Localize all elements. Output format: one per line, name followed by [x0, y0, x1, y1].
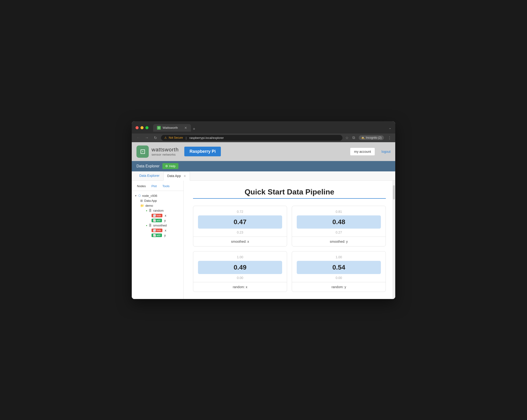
- card-random-x-top: 1.00: [198, 255, 282, 259]
- tab-data-explorer-label: Data Explorer: [139, 174, 160, 178]
- extension-icon[interactable]: ⧉: [352, 136, 355, 140]
- card-random-y: 1.00 0.54 0.00 random: y: [292, 251, 386, 292]
- bookmark-icon[interactable]: ☆: [345, 136, 349, 140]
- smoothed-y-add-label: add: [156, 234, 161, 237]
- close-traffic-light[interactable]: [135, 126, 139, 129]
- app-logo-icon: ⊡: [136, 146, 149, 158]
- random-x-item: 📉 hide x: [149, 213, 183, 218]
- card-smoothed-y-values: 0.81 0.48 0.27: [292, 206, 385, 237]
- smoothed-x-hide-label: hide: [156, 229, 161, 232]
- smoothed-x-label: x: [165, 229, 166, 232]
- demo-sub-items: ● 🗄 random 📉 hide x: [137, 208, 183, 238]
- card-random-y-values: 1.00 0.54 0.00: [292, 252, 385, 282]
- incognito-icon: 🕵: [361, 136, 365, 139]
- card-random-x: 1.00 0.49 0.00 random: x: [193, 251, 287, 292]
- tree-root-node: ▼ ⬡ node_c936: [132, 193, 183, 198]
- main-content: Quick Start Data Pipeline 0.72 0.47 0.23…: [184, 180, 395, 299]
- data-app-label: Data App: [144, 199, 157, 202]
- sidebar-tab-nodes[interactable]: Nodes: [135, 183, 148, 189]
- card-random-x-label: random: x: [193, 282, 287, 292]
- tabs-wrapper: Data Explorer Data App ✕ Nodes Plot Tool…: [132, 171, 395, 299]
- smoothed-data-icon: 🗄: [149, 224, 152, 227]
- random-x-label: x: [165, 214, 166, 217]
- smoothed-series: 📉 hide x 📈 add: [143, 228, 183, 238]
- url-text: raspberrypi.local/explorer: [189, 136, 224, 140]
- nav-section-title: Data Explorer: [136, 164, 160, 168]
- random-y-add-button[interactable]: 📈 add: [152, 219, 162, 222]
- card-random-y-label: random: y: [292, 282, 385, 292]
- traffic-lights: [135, 126, 148, 129]
- random-status-dot: ●: [146, 209, 147, 212]
- sidebar-tab-tools[interactable]: Tools: [160, 183, 172, 189]
- address-bar: ← → ↻ ⚠ Not Secure | raspberrypi.local/e…: [132, 134, 395, 142]
- url-bar[interactable]: ⚠ Not Secure | raspberrypi.local/explore…: [161, 135, 342, 141]
- minimize-traffic-light[interactable]: [141, 126, 143, 129]
- app-nav: Data Explorer ⚙ Help: [132, 161, 395, 171]
- forward-button[interactable]: →: [144, 136, 150, 140]
- browser-titlebar: ⊡ Wattsworth ✕ + ⌄: [132, 121, 395, 134]
- logo-text: wattsworth sensor networks: [152, 147, 179, 156]
- sidebar-tab-plot[interactable]: Plot: [149, 183, 159, 189]
- browser-tab[interactable]: ⊡ Wattsworth ✕: [153, 124, 191, 132]
- smoothed-y-item: 📈 add y: [149, 233, 183, 238]
- demo-label: demo: [145, 204, 153, 207]
- address-controls: ☆ ⧉ 🕵 Incognito (2) ⋮: [345, 135, 392, 140]
- more-options-icon[interactable]: ⋮: [388, 136, 392, 140]
- card-smoothed-y: 0.81 0.48 0.27 smoothed: y: [292, 206, 386, 246]
- card-random-y-bottom: 0.00: [297, 276, 381, 280]
- tree-sub-items: ⊞ Data App 📁 demo ● 🗄 ran: [132, 198, 183, 238]
- help-icon: ⚙: [165, 164, 168, 168]
- random-y-add-label: add: [156, 219, 161, 222]
- tab-data-app[interactable]: Data App ✕: [163, 171, 190, 180]
- incognito-label: Incognito (2): [366, 136, 382, 139]
- card-smoothed-x-main: 0.47: [198, 215, 282, 229]
- tab-data-explorer[interactable]: Data Explorer: [135, 171, 163, 180]
- data-app-icon: ⊞: [140, 199, 143, 202]
- security-warning-icon: ⚠: [164, 136, 167, 139]
- random-data-icon: 🗄: [149, 209, 152, 212]
- tab-close-icon[interactable]: ✕: [184, 126, 187, 130]
- chevron-down-icon[interactable]: ⌄: [389, 126, 392, 130]
- random-y-item: 📈 add y: [149, 218, 183, 223]
- url-warning-label: Not Secure: [169, 136, 183, 139]
- card-smoothed-y-top: 0.81: [297, 210, 381, 213]
- pipeline-title: Quick Start Data Pipeline: [193, 188, 386, 196]
- content-area: Nodes Plot Tools ▼ ⬡ node_c936 ⊞ Data Ap…: [132, 180, 395, 299]
- tree-arrow-icon: ▼: [135, 194, 137, 197]
- card-smoothed-x-bottom: 0.23: [198, 231, 282, 234]
- chart-hide-icon-2: 📉: [153, 229, 156, 232]
- smoothed-y-label: y: [164, 233, 166, 237]
- new-tab-button[interactable]: +: [191, 127, 197, 132]
- smoothed-x-hide-button[interactable]: 📉 hide: [152, 229, 162, 232]
- tab-title: Wattsworth: [163, 126, 178, 129]
- random-x-hide-button[interactable]: 📉 hide: [152, 214, 162, 217]
- smoothed-x-item: 📉 hide x: [149, 228, 183, 233]
- tree-demo: 📁 demo: [137, 203, 183, 208]
- back-button[interactable]: ←: [135, 136, 141, 140]
- maximize-traffic-light[interactable]: [145, 126, 148, 129]
- scrollbar[interactable]: [392, 180, 395, 299]
- device-label: Raspberry Pi: [189, 149, 216, 154]
- folder-icon: 📁: [140, 204, 144, 207]
- random-y-label: y: [164, 219, 166, 222]
- app-container: ⊡ wattsworth sensor networks Raspberry P…: [132, 142, 395, 299]
- pipeline-divider: [193, 198, 386, 199]
- random-series: 📉 hide x 📈 add: [143, 213, 183, 223]
- browser-chrome: ⊡ Wattsworth ✕ + ⌄ ← → ↻ ⚠ Not Secure | …: [132, 121, 395, 142]
- chart-add-icon: 📈: [153, 219, 156, 222]
- incognito-badge: 🕵 Incognito (2): [359, 135, 384, 140]
- tab-data-app-label: Data App: [167, 174, 181, 178]
- card-smoothed-x-values: 0.72 0.47 0.23: [193, 206, 287, 237]
- scrollbar-thumb[interactable]: [393, 185, 395, 200]
- tree-smoothed: ● 🗄 smoothed: [143, 223, 183, 228]
- logout-link[interactable]: logout: [382, 150, 391, 154]
- my-account-button[interactable]: my account: [350, 148, 375, 156]
- content-tabs: Data Explorer Data App ✕: [132, 171, 395, 180]
- tab-data-app-close-icon[interactable]: ✕: [184, 174, 186, 178]
- smoothed-y-add-button[interactable]: 📈 add: [152, 233, 162, 237]
- reload-button[interactable]: ↻: [153, 136, 158, 140]
- smoothed-label: smoothed: [153, 224, 167, 227]
- help-button[interactable]: ⚙ Help: [162, 163, 178, 169]
- random-x-hide-label: hide: [156, 214, 161, 217]
- card-random-y-main: 0.54: [297, 261, 381, 274]
